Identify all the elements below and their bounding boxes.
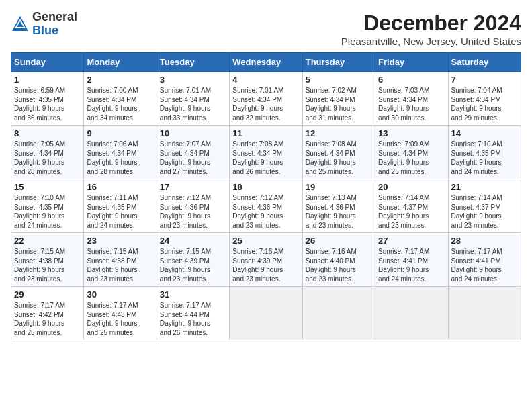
calendar-cell-8: 8Sunrise: 7:05 AM Sunset: 4:34 PM Daylig… [11,126,84,179]
day-header-thursday: Thursday [302,53,375,72]
calendar-cell-25: 25Sunrise: 7:16 AM Sunset: 4:39 PM Dayli… [230,233,302,287]
calendar-cell-9: 9Sunrise: 7:06 AM Sunset: 4:34 PM Daylig… [84,126,157,179]
calendar-cell-11: 11Sunrise: 7:08 AM Sunset: 4:34 PM Dayli… [230,126,302,179]
calendar-body: 1Sunrise: 6:59 AM Sunset: 4:35 PM Daylig… [11,72,521,340]
calendar-cell-empty [448,287,521,340]
calendar-table: SundayMondayTuesdayWednesdayThursdayFrid… [11,52,521,340]
calendar-cell-22: 22Sunrise: 7:15 AM Sunset: 4:38 PM Dayli… [11,233,84,287]
calendar-cell-6: 6Sunrise: 7:03 AM Sunset: 4:34 PM Daylig… [375,72,448,126]
calendar-cell-empty [302,287,375,340]
calendar-cell-7: 7Sunrise: 7:04 AM Sunset: 4:34 PM Daylig… [448,72,521,126]
calendar-cell-21: 21Sunrise: 7:14 AM Sunset: 4:37 PM Dayli… [448,179,521,233]
calendar-cell-28: 28Sunrise: 7:17 AM Sunset: 4:41 PM Dayli… [448,233,521,287]
page-header: General Blue December 2024 Pleasantville… [11,11,521,47]
main-title: December 2024 [341,11,521,36]
calendar-cell-19: 19Sunrise: 7:13 AM Sunset: 4:36 PM Dayli… [302,179,375,233]
day-header-monday: Monday [84,53,157,72]
calendar-cell-empty [375,287,448,340]
calendar-cell-3: 3Sunrise: 7:01 AM Sunset: 4:34 PM Daylig… [157,72,229,126]
calendar-week-2: 15Sunrise: 7:10 AM Sunset: 4:35 PM Dayli… [11,179,521,233]
calendar-cell-29: 29Sunrise: 7:17 AM Sunset: 4:42 PM Dayli… [11,287,84,340]
calendar-cell-20: 20Sunrise: 7:14 AM Sunset: 4:37 PM Dayli… [375,179,448,233]
calendar-cell-24: 24Sunrise: 7:15 AM Sunset: 4:39 PM Dayli… [157,233,229,287]
calendar-cell-16: 16Sunrise: 7:11 AM Sunset: 4:35 PM Dayli… [84,179,157,233]
calendar-cell-2: 2Sunrise: 7:00 AM Sunset: 4:34 PM Daylig… [84,72,157,126]
calendar-week-0: 1Sunrise: 6:59 AM Sunset: 4:35 PM Daylig… [11,72,521,126]
calendar-cell-23: 23Sunrise: 7:15 AM Sunset: 4:38 PM Dayli… [84,233,157,287]
calendar-cell-5: 5Sunrise: 7:02 AM Sunset: 4:34 PM Daylig… [302,72,375,126]
calendar-cell-26: 26Sunrise: 7:16 AM Sunset: 4:40 PM Dayli… [302,233,375,287]
calendar-cell-empty [230,287,302,340]
calendar-header-row: SundayMondayTuesdayWednesdayThursdayFrid… [11,53,521,72]
day-header-saturday: Saturday [448,53,521,72]
logo: General Blue [11,11,77,38]
calendar-cell-18: 18Sunrise: 7:12 AM Sunset: 4:36 PM Dayli… [230,179,302,233]
calendar-cell-15: 15Sunrise: 7:10 AM Sunset: 4:35 PM Dayli… [11,179,84,233]
subtitle: Pleasantville, New Jersey, United States [341,36,521,47]
calendar-cell-30: 30Sunrise: 7:17 AM Sunset: 4:43 PM Dayli… [84,287,157,340]
day-header-friday: Friday [375,53,448,72]
logo-text: General Blue [32,11,77,38]
calendar-cell-4: 4Sunrise: 7:01 AM Sunset: 4:34 PM Daylig… [230,72,302,126]
logo-icon [11,15,30,34]
title-area: December 2024 Pleasantville, New Jersey,… [341,11,521,47]
calendar-cell-14: 14Sunrise: 7:10 AM Sunset: 4:35 PM Dayli… [448,126,521,179]
calendar-cell-17: 17Sunrise: 7:12 AM Sunset: 4:36 PM Dayli… [157,179,229,233]
day-header-sunday: Sunday [11,53,84,72]
calendar-cell-13: 13Sunrise: 7:09 AM Sunset: 4:34 PM Dayli… [375,126,448,179]
calendar-week-3: 22Sunrise: 7:15 AM Sunset: 4:38 PM Dayli… [11,233,521,287]
calendar-cell-27: 27Sunrise: 7:17 AM Sunset: 4:41 PM Dayli… [375,233,448,287]
calendar-cell-1: 1Sunrise: 6:59 AM Sunset: 4:35 PM Daylig… [11,72,84,126]
day-header-wednesday: Wednesday [230,53,302,72]
calendar-cell-31: 31Sunrise: 7:17 AM Sunset: 4:44 PM Dayli… [157,287,229,340]
calendar-week-4: 29Sunrise: 7:17 AM Sunset: 4:42 PM Dayli… [11,287,521,340]
day-header-tuesday: Tuesday [157,53,229,72]
calendar-week-1: 8Sunrise: 7:05 AM Sunset: 4:34 PM Daylig… [11,126,521,179]
calendar-cell-10: 10Sunrise: 7:07 AM Sunset: 4:34 PM Dayli… [157,126,229,179]
calendar-cell-12: 12Sunrise: 7:08 AM Sunset: 4:34 PM Dayli… [302,126,375,179]
